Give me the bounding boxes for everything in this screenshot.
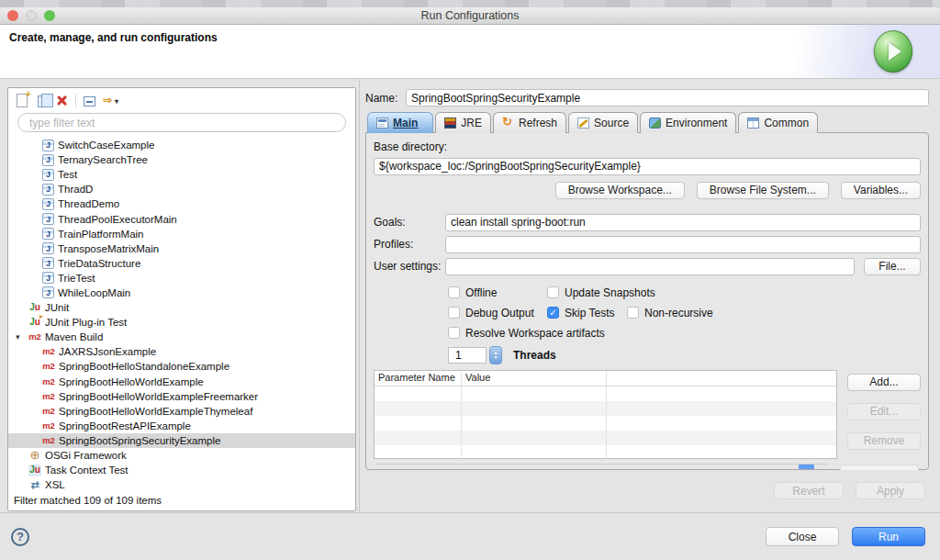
tree-item[interactable]: ⇄XSL xyxy=(8,477,355,492)
add-parameter-button[interactable]: Add... xyxy=(847,374,921,391)
expander-icon[interactable]: ▾ xyxy=(16,332,28,342)
duplicate-icon[interactable] xyxy=(38,95,48,107)
checkbox-non-recursive[interactable]: Non-recursive xyxy=(627,307,713,319)
tree-item-label: JUnit Plug-in Test xyxy=(45,317,127,328)
help-button[interactable]: ? xyxy=(11,528,29,546)
table-cell xyxy=(375,431,462,445)
checkbox-label: Non-recursive xyxy=(644,307,713,319)
table-header-cell: Parameter Name xyxy=(375,371,462,386)
tab-refresh[interactable]: Refresh xyxy=(493,112,566,133)
table-cell xyxy=(462,445,607,460)
close-window-button[interactable] xyxy=(7,10,18,21)
run-button[interactable]: Run xyxy=(852,527,925,546)
tree-item[interactable]: JTrieDataStructure xyxy=(8,256,355,271)
filter-input[interactable] xyxy=(17,113,346,132)
tree-item[interactable]: JTrainPlatformMain xyxy=(8,227,355,241)
table-row[interactable] xyxy=(375,416,836,431)
tree-item-label: ThreadDemo xyxy=(58,198,119,209)
m2-icon: m2 xyxy=(42,390,55,402)
tree-item-label: TernarySearchTree xyxy=(58,154,148,165)
filter-menu-icon[interactable] xyxy=(103,93,125,107)
config-tree[interactable]: JSwitchCaseExampleJTernarySearchTreeJTes… xyxy=(8,136,355,493)
checkbox-resolve-workspace-artifacts[interactable]: Resolve Workspace artifacts xyxy=(448,327,605,340)
revert-apply-row: Revert Apply xyxy=(365,482,929,499)
threads-value[interactable]: 1 xyxy=(448,347,487,364)
tree-item[interactable]: m2SpringBootHelloWorldExample xyxy=(8,375,355,389)
tree-item[interactable]: ⊕OSGi Framework xyxy=(8,448,355,463)
checkbox-skip-tests[interactable]: ✓Skip Tests xyxy=(547,307,627,319)
tree-item[interactable]: m2SpringBootHelloStandaloneExample xyxy=(8,359,355,374)
user-settings-row: User settings: File... xyxy=(374,258,921,275)
tab-common[interactable]: Common xyxy=(738,112,818,133)
threads-stepper-icon[interactable] xyxy=(489,346,502,364)
java-app-icon: J xyxy=(42,140,54,151)
tree-item[interactable]: m2JAXRSJsonExample xyxy=(8,344,355,359)
tab-main[interactable]: Main xyxy=(367,112,433,133)
refresh-tab-icon xyxy=(502,118,514,129)
tab-environment[interactable]: Environment xyxy=(640,112,736,133)
dialog-titlebar[interactable]: Run Configurations xyxy=(0,7,940,25)
variables-button[interactable]: Variables... xyxy=(841,182,921,199)
tree-item[interactable]: JWhileLoopMain xyxy=(8,286,355,300)
zoom-window-button[interactable] xyxy=(44,10,55,21)
checkbox-debug-output[interactable]: Debug Output xyxy=(448,307,547,319)
tree-item-label: TransposeMatrixMain xyxy=(58,243,159,254)
checkbox-update-snapshots[interactable]: Update Snapshots xyxy=(547,286,655,299)
tree-item[interactable]: JuTask Context Test xyxy=(8,463,355,477)
user-settings-input[interactable] xyxy=(445,258,855,275)
browse-file-system-button[interactable]: Browse File System... xyxy=(697,182,829,199)
tree-item[interactable]: JTransposeMatrixMain xyxy=(8,241,355,256)
tree-item[interactable]: JTernarySearchTree xyxy=(8,152,355,167)
name-label: Name: xyxy=(365,92,406,105)
threads-row: 1 Threads xyxy=(448,346,921,364)
tree-item[interactable]: ▾m2Maven Build xyxy=(8,330,355,344)
browse-workspace-button[interactable]: Browse Workspace... xyxy=(555,182,685,199)
minimize-window-button xyxy=(26,10,37,21)
base-directory-input[interactable] xyxy=(374,158,921,175)
java-app-icon: J xyxy=(42,257,54,269)
file-button[interactable]: File... xyxy=(864,258,921,275)
tree-item[interactable]: JThreadPoolExecutorMain xyxy=(8,211,355,226)
tab-jre[interactable]: JRE xyxy=(435,112,491,133)
profiles-input[interactable] xyxy=(445,236,921,253)
m2-icon: m2 xyxy=(42,375,55,387)
task-context-icon: Ju xyxy=(28,465,41,476)
name-input[interactable] xyxy=(406,89,929,106)
configurations-panel: JSwitchCaseExampleJTernarySearchTreeJTes… xyxy=(7,87,356,511)
tab-label: Main xyxy=(393,117,418,129)
table-row[interactable] xyxy=(375,431,836,445)
tree-item-label: TrainPlatformMain xyxy=(58,229,144,240)
new-configuration-icon[interactable] xyxy=(17,94,28,107)
close-button[interactable]: Close xyxy=(766,527,839,546)
tree-item[interactable]: m2SpringBootRestAPIExample xyxy=(8,419,355,433)
tree-item[interactable]: JSwitchCaseExample xyxy=(8,138,355,152)
tree-item[interactable]: JuJUnit xyxy=(8,300,355,315)
tree-item[interactable]: JTest xyxy=(8,167,355,182)
table-row[interactable] xyxy=(375,386,836,401)
tree-item[interactable]: m2SpringBootHelloWorldExampleFreemarker xyxy=(8,389,355,404)
tree-item[interactable]: m2SpringBootSpringSecurityExample xyxy=(8,433,355,448)
edit-parameter-button: Edit... xyxy=(847,403,921,420)
tree-item-label: OSGi Framework xyxy=(45,450,127,461)
java-app-icon: J xyxy=(42,154,54,166)
tree-item[interactable]: m2SpringBootHelloWorldExampleThymeleaf xyxy=(8,404,355,419)
name-row: Name: xyxy=(365,89,929,106)
tree-item[interactable]: JThreadDemo xyxy=(8,196,355,211)
collapse-all-icon[interactable] xyxy=(84,96,95,106)
delete-icon[interactable] xyxy=(55,94,68,106)
table-row[interactable] xyxy=(375,445,836,460)
java-app-icon: J xyxy=(42,242,54,254)
goals-input[interactable] xyxy=(445,214,921,231)
tree-item[interactable]: JTrieTest xyxy=(8,271,355,286)
tree-item[interactable]: JuJUnit Plug-in Test xyxy=(8,315,355,330)
tab-source[interactable]: Source xyxy=(568,112,638,133)
parameter-buttons: Add... Edit... Remove xyxy=(847,370,921,459)
checkbox-offline[interactable]: Offline xyxy=(448,286,547,299)
header-decoration xyxy=(766,25,940,78)
tree-item[interactable]: JThradD xyxy=(8,182,355,196)
tree-item-label: SpringBootRestAPIExample xyxy=(59,420,191,431)
checkbox-unchecked-icon xyxy=(448,307,460,319)
table-row[interactable] xyxy=(375,401,836,416)
parameters-table[interactable]: Parameter NameValue xyxy=(374,370,837,459)
tree-item-label: WhileLoopMain xyxy=(58,287,130,298)
